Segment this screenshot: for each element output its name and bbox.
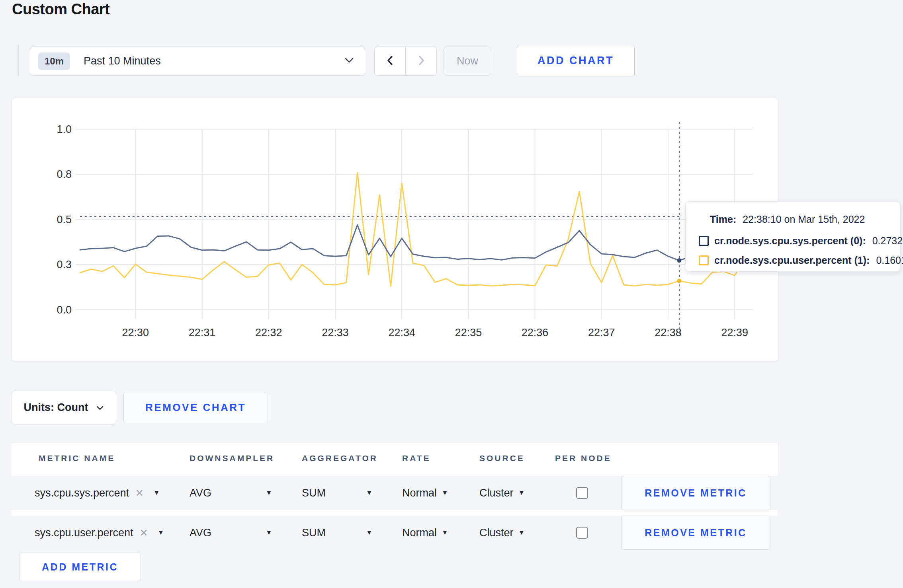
metric-name-value: sys.cpu.user.percent bbox=[35, 527, 133, 539]
svg-text:22:31: 22:31 bbox=[189, 327, 216, 339]
caret-down-icon: ▼ bbox=[518, 489, 525, 497]
caret-down-icon: ▼ bbox=[442, 529, 448, 537]
remove-metric-label: REMOVE METRIC bbox=[645, 527, 747, 539]
metric-name-value: sys.cpu.sys.percent bbox=[35, 487, 129, 499]
tooltip-time-label: Time: bbox=[710, 214, 736, 225]
tooltip-series-value: 0.2732 bbox=[872, 235, 903, 247]
svg-text:22:38: 22:38 bbox=[655, 327, 682, 339]
remove-chart-label: REMOVE CHART bbox=[145, 401, 246, 414]
add-chart-button[interactable]: ADD CHART bbox=[517, 45, 635, 76]
metric-name-select[interactable]: sys.cpu.sys.percent ✕ ▼ bbox=[35, 476, 160, 510]
downsampler-select[interactable]: AVG bbox=[190, 476, 211, 510]
svg-text:0.0: 0.0 bbox=[57, 304, 72, 316]
per-node-checkbox[interactable] bbox=[576, 487, 588, 499]
add-metric-label: ADD METRIC bbox=[42, 561, 118, 573]
toolbar-divider bbox=[18, 45, 19, 76]
chevron-down-icon bbox=[96, 401, 104, 414]
per-node-checkbox[interactable] bbox=[576, 527, 588, 539]
col-header-per-node: PER NODE bbox=[555, 454, 612, 463]
metric-row: sys.cpu.sys.percent ✕ ▼ AVG ▼ SUM ▼ Norm… bbox=[12, 476, 778, 510]
chart-card: 0.00.30.50.81.022:3022:3122:3222:3322:34… bbox=[12, 98, 778, 361]
series-swatch-sys bbox=[699, 236, 709, 246]
add-metric-button[interactable]: ADD METRIC bbox=[19, 553, 141, 581]
tooltip-series-name: cr.node.sys.cpu.user.percent (1): bbox=[714, 255, 870, 266]
chart-tooltip: Time: 22:38:10 on Mar 15th, 2022 cr.node… bbox=[685, 201, 900, 272]
aggregator-select[interactable]: SUM bbox=[302, 516, 326, 550]
rate-value: Normal bbox=[402, 487, 437, 499]
metric-name-select[interactable]: sys.cpu.user.percent ✕ ▼ bbox=[35, 516, 164, 550]
rate-select[interactable]: Normal ▼ bbox=[402, 516, 448, 550]
col-header-aggregator: AGGREGATOR bbox=[302, 454, 378, 463]
clear-metric-icon[interactable]: ✕ bbox=[140, 527, 148, 539]
now-button-label: Now bbox=[457, 55, 478, 67]
svg-text:22:33: 22:33 bbox=[322, 327, 349, 339]
aggregator-value: SUM bbox=[302, 487, 326, 499]
rate-value: Normal bbox=[402, 527, 437, 539]
now-button[interactable]: Now bbox=[444, 47, 491, 76]
col-header-source: SOURCE bbox=[479, 454, 525, 463]
svg-text:0.8: 0.8 bbox=[57, 168, 72, 180]
clear-metric-icon[interactable]: ✕ bbox=[135, 487, 144, 499]
svg-text:22:35: 22:35 bbox=[455, 327, 482, 339]
col-header-downsampler: DOWNSAMPLER bbox=[190, 454, 274, 463]
custom-chart-page: Custom Chart 10m Past 10 Minutes Now ADD… bbox=[0, 0, 903, 588]
svg-text:1.0: 1.0 bbox=[57, 123, 72, 135]
svg-text:22:37: 22:37 bbox=[588, 327, 615, 339]
time-range-badge: 10m bbox=[38, 53, 70, 70]
aggregator-value: SUM bbox=[302, 527, 326, 539]
remove-chart-button[interactable]: REMOVE CHART bbox=[123, 392, 268, 423]
time-range-dropdown[interactable]: 10m Past 10 Minutes bbox=[30, 47, 365, 76]
chevron-down-icon bbox=[344, 57, 354, 66]
caret-down-icon: ▼ bbox=[366, 516, 373, 550]
tooltip-time-value: 22:38:10 on Mar 15th, 2022 bbox=[743, 214, 865, 225]
metric-row: sys.cpu.user.percent ✕ ▼ AVG ▼ SUM ▼ Nor… bbox=[12, 516, 778, 550]
units-label: Units: Count bbox=[24, 401, 88, 414]
svg-text:22:36: 22:36 bbox=[522, 327, 549, 339]
tooltip-time-row: Time: 22:38:10 on Mar 15th, 2022 bbox=[710, 214, 893, 225]
time-pager bbox=[374, 47, 437, 76]
col-header-metric-name: METRIC NAME bbox=[39, 454, 115, 463]
remove-metric-label: REMOVE METRIC bbox=[645, 487, 747, 499]
tooltip-series-value: 0.1601 bbox=[876, 255, 903, 266]
svg-text:22:39: 22:39 bbox=[721, 327, 749, 339]
caret-down-icon: ▼ bbox=[158, 529, 164, 537]
downsampler-value: AVG bbox=[190, 527, 211, 539]
metrics-table: METRIC NAME DOWNSAMPLER AGGREGATOR RATE … bbox=[12, 443, 778, 550]
source-select[interactable]: Cluster ▼ bbox=[479, 476, 525, 510]
svg-text:0.5: 0.5 bbox=[57, 214, 72, 226]
caret-down-icon: ▼ bbox=[442, 489, 448, 497]
svg-text:22:34: 22:34 bbox=[388, 327, 415, 339]
caret-down-icon: ▼ bbox=[153, 489, 160, 497]
source-value: Cluster bbox=[479, 487, 514, 499]
tooltip-series-row: cr.node.sys.cpu.sys.percent (0): 0.2732 bbox=[699, 235, 893, 247]
add-chart-label: ADD CHART bbox=[538, 55, 614, 67]
chevron-left-icon bbox=[385, 55, 395, 68]
remove-metric-button[interactable]: REMOVE METRIC bbox=[621, 476, 770, 510]
caret-down-icon: ▼ bbox=[366, 476, 373, 510]
source-select[interactable]: Cluster ▼ bbox=[479, 516, 525, 550]
timeseries-chart[interactable]: 0.00.30.50.81.022:3022:3122:3222:3322:34… bbox=[12, 98, 778, 361]
svg-text:22:32: 22:32 bbox=[255, 327, 282, 339]
source-value: Cluster bbox=[479, 527, 514, 539]
downsampler-value: AVG bbox=[190, 487, 211, 499]
time-range-label: Past 10 Minutes bbox=[84, 55, 161, 67]
svg-text:22:30: 22:30 bbox=[122, 327, 149, 339]
series-swatch-user bbox=[699, 255, 709, 265]
tooltip-series-name: cr.node.sys.cpu.sys.percent (0): bbox=[714, 235, 866, 247]
svg-text:0.3: 0.3 bbox=[57, 259, 72, 271]
downsampler-select[interactable]: AVG bbox=[190, 516, 211, 550]
aggregator-select[interactable]: SUM bbox=[302, 476, 326, 510]
tooltip-series-row: cr.node.sys.cpu.user.percent (1): 0.1601 bbox=[699, 255, 893, 266]
page-title: Custom Chart bbox=[12, 1, 109, 18]
prev-interval-button[interactable] bbox=[375, 47, 406, 75]
chevron-right-icon bbox=[416, 55, 426, 68]
caret-down-icon: ▼ bbox=[518, 529, 525, 537]
units-dropdown[interactable]: Units: Count bbox=[12, 391, 116, 424]
col-header-rate: RATE bbox=[402, 454, 431, 463]
rate-select[interactable]: Normal ▼ bbox=[402, 476, 448, 510]
remove-metric-button[interactable]: REMOVE METRIC bbox=[621, 516, 770, 550]
next-interval-button[interactable] bbox=[406, 47, 436, 75]
caret-down-icon: ▼ bbox=[266, 476, 272, 510]
caret-down-icon: ▼ bbox=[266, 516, 272, 550]
